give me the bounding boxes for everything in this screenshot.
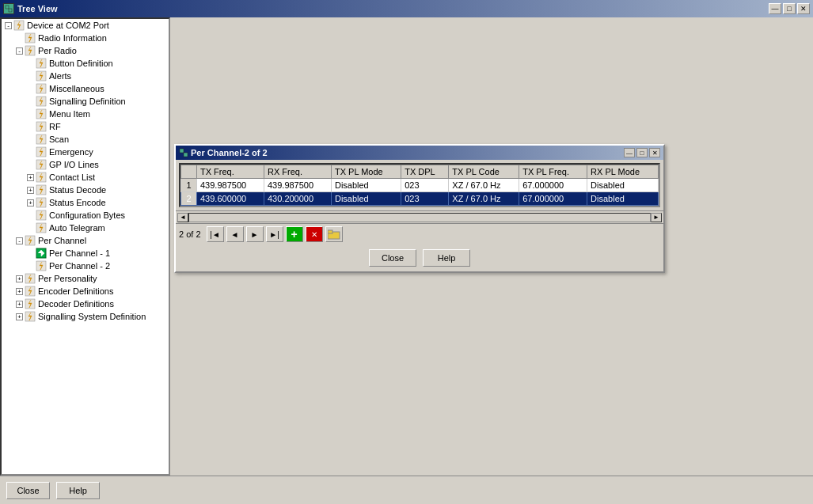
delete-record-button[interactable]: ✕ bbox=[306, 226, 323, 242]
expand-icon-device[interactable]: - bbox=[5, 22, 12, 29]
channel-table: TX Freq. RX Freq. TX PL Mode TX DPL TX P… bbox=[180, 165, 659, 206]
tree-icon-per-radio bbox=[25, 45, 36, 56]
tree-icon-encoder-def bbox=[25, 286, 36, 297]
col-header-tx-dpl: TX DPL bbox=[401, 165, 449, 179]
content-area: -Device at COM2 PortRadio Information-Pe… bbox=[0, 17, 813, 476]
tree-label-radio-info: Radio Information bbox=[38, 33, 107, 43]
tree-item-config-bytes[interactable]: Configuration Bytes bbox=[2, 209, 169, 222]
expand-icon-status-decode[interactable]: + bbox=[27, 187, 34, 194]
scroll-left-button[interactable]: ◄ bbox=[177, 213, 188, 222]
dialog-minimize-button[interactable]: — bbox=[624, 148, 635, 157]
expand-icon-per-radio[interactable]: - bbox=[16, 47, 23, 55]
tree-icon-device bbox=[13, 20, 25, 31]
table-cell: 439.987500 bbox=[264, 179, 331, 192]
expand-icon-per-channel[interactable]: - bbox=[16, 237, 23, 244]
tree-item-miscellaneous[interactable]: Miscellaneous bbox=[2, 82, 169, 95]
tree-icon-per-channel-1 bbox=[36, 248, 47, 259]
tree-item-status-encode[interactable]: +Status Encode bbox=[2, 196, 169, 209]
svg-rect-1 bbox=[9, 9, 12, 12]
col-header-rx-pl-mode: RX PL Mode bbox=[587, 165, 659, 179]
table-scroll[interactable]: TX Freq. RX Freq. TX PL Mode TX DPL TX P… bbox=[180, 165, 659, 206]
tree-icon-per-personality bbox=[25, 273, 36, 284]
table-cell: 2 bbox=[181, 192, 197, 206]
tree-label-rf: RF bbox=[49, 122, 61, 131]
dialog-close-button[interactable]: ✕ bbox=[649, 148, 660, 157]
tree-item-signalling-def[interactable]: Signalling Definition bbox=[2, 95, 169, 108]
tree-item-emergency[interactable]: Emergency bbox=[2, 146, 169, 158]
tree-icon-status-encode bbox=[36, 197, 47, 208]
dialog-maximize-button[interactable]: □ bbox=[636, 148, 648, 157]
scrollbar-track[interactable] bbox=[188, 213, 651, 222]
tree-item-button-def[interactable]: Button Definition bbox=[2, 57, 169, 70]
horizontal-scrollbar[interactable]: ◄ ► bbox=[176, 210, 663, 223]
tree-item-contact-list[interactable]: +Contact List bbox=[2, 171, 169, 184]
tree-item-signalling-system[interactable]: +Signalling System Definition bbox=[2, 310, 169, 323]
tree-icon-radio-info bbox=[25, 32, 36, 44]
tree-item-per-radio[interactable]: -Per Radio bbox=[2, 44, 169, 57]
tree-item-rf[interactable]: RF bbox=[2, 120, 169, 133]
tree-item-alerts[interactable]: Alerts bbox=[2, 70, 169, 82]
close-dialog-button[interactable]: Close bbox=[369, 249, 416, 267]
bottom-help-button[interactable]: Help bbox=[56, 482, 100, 499]
tree-icon-emergency bbox=[36, 146, 47, 157]
svg-rect-26 bbox=[180, 149, 184, 153]
tree-item-device[interactable]: -Device at COM2 Port bbox=[2, 19, 169, 32]
expand-icon-contact-list[interactable]: + bbox=[27, 174, 34, 181]
svg-rect-27 bbox=[184, 153, 188, 157]
main-window: Tree View — □ ✕ -Device at COM2 PortRadi… bbox=[0, 0, 813, 504]
add-record-button[interactable]: + bbox=[286, 226, 303, 242]
tree-label-per-personality: Per Personality bbox=[38, 274, 97, 283]
tree-label-decoder-def: Decoder Definitions bbox=[38, 299, 114, 309]
tree-label-status-encode: Status Encode bbox=[49, 198, 106, 207]
col-header-tx-pl-mode: TX PL Mode bbox=[331, 165, 401, 179]
tree-label-config-bytes: Configuration Bytes bbox=[49, 210, 125, 220]
tree-item-status-decode[interactable]: +Status Decode bbox=[2, 184, 169, 196]
help-dialog-button[interactable]: Help bbox=[423, 249, 470, 267]
table-row[interactable]: 2439.600000430.200000Disabled023XZ / 67.… bbox=[181, 192, 659, 206]
table-row[interactable]: 1439.987500439.987500Disabled023XZ / 67.… bbox=[181, 179, 659, 192]
tree-label-menu-item: Menu Item bbox=[49, 109, 90, 119]
minimize-button[interactable]: — bbox=[769, 3, 781, 14]
tree-icon-per-channel-2 bbox=[36, 260, 47, 271]
right-area: Per Channel-2 of 2 — □ ✕ bbox=[170, 17, 813, 476]
table-cell: 67.000000 bbox=[519, 192, 587, 206]
table-cell: Disabled bbox=[331, 179, 401, 192]
tree-icon-status-decode bbox=[36, 184, 47, 195]
tree-label-alerts: Alerts bbox=[49, 71, 71, 81]
tree-item-per-channel-2[interactable]: Per Channel - 2 bbox=[2, 260, 169, 272]
expand-icon-per-personality[interactable]: + bbox=[16, 275, 23, 282]
tree-item-per-channel-1[interactable]: Per Channel - 1 bbox=[2, 247, 169, 260]
tree-label-gp-io: GP I/O Lines bbox=[49, 160, 99, 169]
tree-item-encoder-def[interactable]: +Encoder Definitions bbox=[2, 285, 169, 297]
expand-icon-decoder-def[interactable]: + bbox=[16, 301, 23, 308]
tree-label-scan: Scan bbox=[49, 135, 69, 144]
last-record-button[interactable]: ►| bbox=[266, 226, 283, 242]
bottom-close-button[interactable]: Close bbox=[6, 482, 50, 499]
tree-icon-miscellaneous bbox=[36, 83, 47, 94]
tree-item-gp-io[interactable]: GP I/O Lines bbox=[2, 158, 169, 171]
tree-label-encoder-def: Encoder Definitions bbox=[38, 286, 113, 296]
tree-item-scan[interactable]: Scan bbox=[2, 133, 169, 146]
app-icon bbox=[3, 3, 14, 14]
next-record-button[interactable]: ► bbox=[246, 226, 264, 242]
tree-item-per-personality[interactable]: +Per Personality bbox=[2, 272, 169, 285]
tree-icon-scan bbox=[36, 134, 47, 145]
close-button[interactable]: ✕ bbox=[797, 3, 810, 14]
tree-label-miscellaneous: Miscellaneous bbox=[49, 84, 104, 93]
scroll-right-button[interactable]: ► bbox=[651, 213, 662, 222]
tree-icon-alerts bbox=[36, 70, 47, 81]
expand-icon-signalling-system[interactable]: + bbox=[16, 313, 23, 320]
tree-item-per-channel[interactable]: -Per Channel bbox=[2, 234, 169, 247]
tree-item-auto-telegram[interactable]: Auto Telegram bbox=[2, 222, 169, 234]
col-header-rx-freq: RX Freq. bbox=[264, 165, 331, 179]
first-record-button[interactable]: |◄ bbox=[207, 226, 224, 242]
tree-item-menu-item[interactable]: Menu Item bbox=[2, 108, 169, 120]
expand-icon-status-encode[interactable]: + bbox=[27, 199, 34, 207]
col-header-tx-pl-code: TX PL Code bbox=[449, 165, 519, 179]
maximize-button[interactable]: □ bbox=[783, 3, 796, 14]
tree-item-radio-info[interactable]: Radio Information bbox=[2, 32, 169, 44]
tree-item-decoder-def[interactable]: +Decoder Definitions bbox=[2, 297, 169, 310]
expand-icon-encoder-def[interactable]: + bbox=[16, 288, 23, 295]
prev-record-button[interactable]: ◄ bbox=[226, 226, 244, 242]
folder-button[interactable] bbox=[325, 226, 343, 242]
